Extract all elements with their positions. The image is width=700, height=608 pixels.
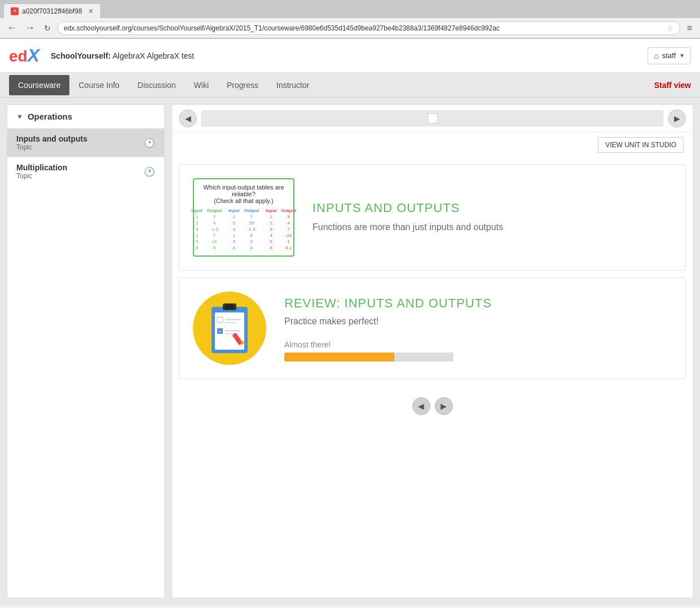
header-title: SchoolYourself: AlgebraX AlgebraX test (51, 51, 648, 60)
staff-view-label: Staff view (654, 81, 691, 90)
table-green: InputOutput 17 24 3-1.3 17 514 60 (189, 208, 224, 251)
view-studio-row: VIEW UNIT IN STUDIO (172, 133, 693, 157)
logo-ed: ed (9, 47, 28, 65)
tab-close-btn[interactable]: ✕ (88, 7, 94, 15)
svg-rect-8 (225, 322, 236, 323)
content-nav: ◀ ▶ (172, 105, 693, 133)
sidebar-item-subtitle-2: Topic (16, 172, 140, 180)
io-table-title: Which input-output tables are reliable? … (199, 184, 289, 204)
tab-discussion[interactable]: Discussion (129, 75, 185, 95)
tab-title: a020f70312ff46bf98 (22, 7, 82, 15)
user-name: staff (662, 51, 676, 60)
svg-rect-9 (225, 330, 241, 332)
sidebar-section-operations: ▼ Operations Inputs and outputs Topic 🕐 … (7, 105, 164, 186)
io-table-container: Which input-output tables are reliable? … (193, 178, 294, 257)
tab-courseware[interactable]: Courseware (9, 75, 69, 95)
table-blue: InputOutput 17 225 3-1.3 16 52 60 (226, 208, 261, 251)
card1-desc: Functions are more than just inputs and … (312, 221, 672, 233)
inputs-outputs-card: Which input-output tables are reliable? … (179, 164, 686, 271)
main-container: ▼ Operations Inputs and outputs Topic 🕐 … (0, 98, 700, 605)
svg-rect-2 (225, 305, 234, 309)
browser-chrome: ✕ a020f70312ff46bf98 ✕ ← → ↻ edx.schooly… (0, 0, 700, 39)
review-title: REVIEW: INPUTS AND OUTPUTS (284, 296, 672, 311)
next-nav-btn[interactable]: ▶ (668, 109, 686, 127)
sidebar: ▼ Operations Inputs and outputs Topic 🕐 … (7, 104, 165, 598)
table-subquestion: (Check all that apply.) (199, 197, 289, 204)
bookmark-star[interactable]: ☆ (667, 24, 674, 33)
forward-btn[interactable]: → (23, 21, 37, 35)
content-area: ◀ ▶ VIEW UNIT IN STUDIO Which input-outp… (171, 104, 693, 598)
clock-icon-0: 🕐 (144, 138, 155, 148)
reload-btn[interactable]: ↻ (41, 23, 54, 34)
tab-wiki[interactable]: Wiki (185, 75, 218, 95)
bottom-nav: ◀ ▶ (172, 386, 693, 426)
review-card-text: REVIEW: INPUTS AND OUTPUTS Practice make… (284, 292, 672, 362)
header-course: AlgebraX AlgebraX test (112, 51, 194, 60)
sidebar-item-title: Inputs and outputs (16, 134, 140, 143)
tab-favicon: ✕ (11, 7, 19, 15)
card-image: Which input-output tables are reliable? … (193, 178, 294, 257)
browser-toolbar: ← → ↻ edx.schoolyourself.org/courses/Sch… (0, 18, 700, 38)
bottom-next-btn[interactable]: ▶ (435, 397, 453, 415)
progress-bar-nav (201, 111, 663, 126)
sidebar-item-text-2: Multiplication Topic (16, 163, 140, 180)
sidebar-section-header[interactable]: ▼ Operations (7, 105, 164, 128)
user-dropdown-arrow: ▼ (679, 52, 685, 59)
review-card: ✓ REVIEW: INPUTS AND OUTPUTS Practice ma… (179, 277, 686, 379)
clipboard-image: ✓ (193, 292, 266, 365)
almost-label: Almost there! (284, 340, 672, 349)
tab-course-info[interactable]: Course Info (69, 75, 128, 95)
sidebar-item-text: Inputs and outputs Topic (16, 134, 140, 151)
sidebar-item-inputs-outputs[interactable]: Inputs and outputs Topic 🕐 (7, 128, 164, 157)
table-question: Which input-output tables are reliable? (199, 184, 289, 197)
collapse-arrow-icon: ▼ (16, 113, 23, 121)
progress-bar-fill (284, 353, 394, 362)
progress-bar-container (284, 353, 454, 362)
url-text: edx.schoolyourself.org/courses/SchoolYou… (64, 24, 664, 32)
edx-header: edX SchoolYourself: AlgebraX AlgebraX te… (0, 39, 700, 73)
home-icon: ⌂ (654, 51, 658, 60)
header-brand: SchoolYourself: (51, 51, 111, 60)
tab-progress[interactable]: Progress (218, 75, 267, 95)
user-menu[interactable]: ⌂ staff ▼ (648, 47, 691, 64)
sidebar-section-label: Operations (28, 112, 72, 121)
nav-tabs: Courseware Course Info Discussion Wiki P… (0, 73, 700, 98)
tab-instructor[interactable]: Instructor (267, 75, 318, 95)
io-tables-row: InputOutput 17 24 3-1.3 17 514 60 InputO… (199, 208, 289, 251)
svg-text:✓: ✓ (218, 329, 223, 334)
table-pink: InputOutput 13 24 37 4-31 51 60.1 (263, 208, 298, 251)
review-desc: Practice makes perfect! (284, 316, 672, 327)
back-btn[interactable]: ← (5, 21, 19, 35)
view-studio-btn[interactable]: VIEW UNIT IN STUDIO (598, 137, 684, 153)
address-bar[interactable]: edx.schoolyourself.org/courses/SchoolYou… (58, 21, 680, 35)
clock-icon-1: 🕐 (144, 166, 155, 177)
card1-text: INPUTS AND OUTPUTS Functions are more th… (312, 201, 672, 233)
card1-title: INPUTS AND OUTPUTS (312, 201, 672, 215)
logo-x: X (28, 45, 39, 65)
progress-indicator (428, 113, 438, 124)
browser-tab[interactable]: ✕ a020f70312ff46bf98 ✕ (3, 3, 101, 18)
sidebar-item-title-2: Multiplication (16, 163, 140, 172)
tab-bar: ✕ a020f70312ff46bf98 ✕ (0, 0, 700, 18)
prev-nav-btn[interactable]: ◀ (179, 109, 197, 127)
sidebar-item-subtitle: Topic (16, 143, 140, 151)
browser-menu-btn[interactable]: ≡ (684, 22, 695, 34)
sidebar-item-multiplication[interactable]: Multiplication Topic 🕐 (7, 157, 164, 186)
svg-rect-7 (225, 319, 241, 320)
clipboard-svg: ✓ (207, 300, 252, 356)
bottom-prev-btn[interactable]: ◀ (412, 397, 430, 415)
edx-logo[interactable]: edX (9, 45, 39, 66)
